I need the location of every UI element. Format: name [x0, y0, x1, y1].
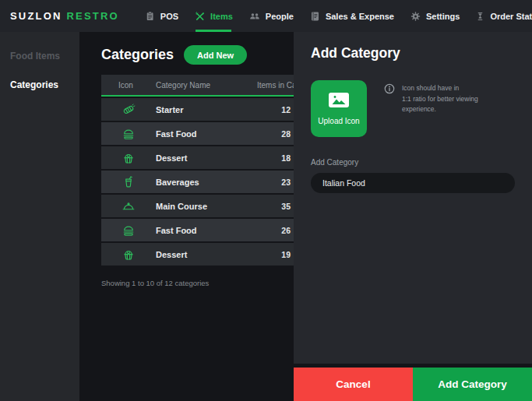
- nav-item-items[interactable]: Items: [194, 0, 233, 32]
- upload-icon-button[interactable]: Upload Icon: [311, 80, 367, 137]
- settings-icon: [410, 10, 421, 23]
- main-nav: POS Items: [144, 0, 532, 32]
- hint-line: Icon should have in: [402, 83, 478, 94]
- sidebar-item-food-items[interactable]: Food Items: [0, 51, 79, 62]
- image-icon: [329, 93, 349, 110]
- category-count: 28: [257, 129, 291, 139]
- active-tab-underline: [196, 30, 231, 32]
- cancel-button[interactable]: Cancel: [294, 368, 413, 401]
- brand-secondary: RESTRO: [66, 10, 118, 22]
- nav-label-pos: POS: [160, 12, 178, 21]
- panel-title: Add Category: [311, 45, 532, 62]
- brand-logo: SUZLON RESTRO: [10, 10, 119, 22]
- people-icon: [248, 10, 261, 23]
- nav-item-settings[interactable]: Settings: [410, 0, 460, 32]
- category-name: Starter: [156, 105, 257, 114]
- add-new-button[interactable]: Add New: [184, 45, 247, 65]
- sidebar-item-categories[interactable]: Categories: [0, 79, 79, 90]
- category-count: 26: [257, 226, 291, 235]
- starter-icon: [101, 103, 156, 117]
- order-status-icon: [475, 10, 485, 23]
- hint-line: experience.: [402, 104, 478, 115]
- info-icon: [384, 83, 395, 137]
- sales-expense-icon: [309, 10, 321, 23]
- page-title: Categories: [101, 47, 174, 63]
- category-name: Fast Food: [156, 226, 257, 235]
- cloche-icon: [101, 199, 156, 213]
- category-count: 18: [257, 153, 291, 163]
- burger-icon: [101, 223, 156, 237]
- upload-row: Upload Icon Icon should have in 1:1 rati…: [311, 80, 532, 137]
- category-name: Dessert: [156, 250, 257, 259]
- nav-label-order-status: Order Status: [490, 12, 532, 21]
- nav-label-settings: Settings: [426, 12, 460, 21]
- category-name: Baverages: [156, 178, 257, 187]
- nav-label-items: Items: [210, 12, 233, 21]
- nav-item-sales-expense[interactable]: Sales & Expense: [309, 0, 394, 32]
- upload-hint: Icon should have in 1:1 ratio for better…: [384, 83, 516, 137]
- nav-label-sales-expense: Sales & Expense: [326, 12, 394, 21]
- upload-icon-label: Upload Icon: [318, 117, 359, 125]
- pos-icon: [144, 10, 156, 23]
- add-category-panel: Add Category Upload Icon Icon: [294, 32, 532, 401]
- upload-hint-text: Icon should have in 1:1 ratio for better…: [402, 83, 478, 137]
- cupcake-icon: [101, 151, 156, 165]
- top-nav-bar: SUZLON RESTRO POS: [0, 0, 532, 32]
- category-name: Main Course: [156, 202, 257, 211]
- category-count: 12: [257, 105, 291, 114]
- left-sidebar: Food Items Categories: [0, 32, 79, 401]
- category-name: Dessert: [156, 153, 257, 163]
- nav-label-people: People: [266, 12, 294, 21]
- category-name-input[interactable]: [311, 173, 515, 193]
- category-count: 23: [257, 178, 291, 187]
- nav-item-pos[interactable]: POS: [144, 0, 178, 32]
- column-header-icon: Icon: [101, 81, 156, 90]
- brand-primary: SUZLON: [10, 10, 62, 22]
- add-category-button[interactable]: Add Category: [413, 368, 532, 401]
- category-name: Fast Food: [156, 129, 257, 139]
- burger-icon: [101, 127, 156, 141]
- category-count: 35: [257, 202, 291, 211]
- panel-actions: Cancel Add Category: [294, 368, 532, 401]
- nav-item-order-status[interactable]: Order Status: [475, 0, 532, 32]
- items-icon: [194, 10, 206, 23]
- category-field-label: Add Category: [311, 158, 532, 167]
- category-count: 19: [257, 250, 291, 259]
- nav-item-people[interactable]: People: [248, 0, 294, 32]
- hint-line: 1:1 ratio for better viewing: [402, 94, 478, 105]
- column-header-category-name: Category Name: [156, 81, 257, 90]
- cupcake-icon: [101, 248, 156, 262]
- beverage-icon: [101, 175, 156, 189]
